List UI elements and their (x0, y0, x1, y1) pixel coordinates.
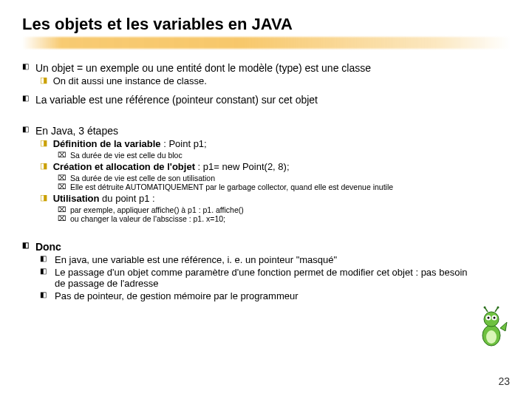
text: : p1= new Point(2, 8); (195, 161, 290, 172)
bullet-lvl2: ◧ En java, une variable est une référenc… (40, 254, 510, 265)
text: Un objet = un exemple ou une entité dont… (35, 62, 371, 74)
text: du point p1 : (99, 193, 154, 204)
bullet-lvl2: ◧ Le passage d'un objet comme paramètre … (40, 267, 510, 289)
bullet-lvl3: ⌧ Elle est détruite AUTOMATIQUEMENT par … (58, 183, 510, 191)
svg-point-2 (484, 312, 499, 327)
text-bold: Définition de la variable (53, 138, 161, 149)
mascot-icon (474, 306, 508, 347)
bullet-lvl3: ⌧ Sa durée de vie est celle du bloc (58, 151, 510, 160)
bullet-lvl2: ◧ Pas de pointeur, de gestion mémoire pa… (40, 290, 510, 301)
svg-point-6 (494, 317, 496, 319)
svg-point-9 (484, 307, 486, 309)
text: ou changer la valeur de l'abscisse : p1.… (70, 214, 225, 223)
text: En java, une variable est une référence,… (55, 254, 337, 265)
page-number: 23 (498, 375, 510, 387)
x-bullet-icon: ⌧ (58, 151, 68, 159)
y-bullet-icon: ◨ (40, 138, 50, 148)
bullet-lvl3: ⌧ par exemple, appliquer affiche() à p1 … (58, 205, 510, 214)
text: On dit aussi une instance de classe. (53, 75, 207, 86)
text-bold: Utilisation (53, 193, 100, 204)
text: Elle est détruite AUTOMATIQUEMENT par le… (70, 183, 393, 191)
text: : Point p1; (161, 138, 207, 149)
y-bullet-icon: ◨ (40, 161, 50, 171)
z-bullet-icon: ◧ (40, 290, 55, 301)
bullet-lvl3: ⌧ ou changer la valeur de l'abscisse : p… (58, 214, 510, 223)
z-bullet-icon: ◧ (40, 267, 55, 289)
text: Le passage d'un objet comme paramètre d'… (55, 267, 468, 289)
text: La variable est une référence (pointeur … (35, 94, 318, 106)
x-bullet-icon: ⌧ (58, 183, 68, 191)
z-bullet-icon: ◧ (22, 94, 33, 102)
bullet-lvl1: ◧ La variable est une référence (pointeu… (22, 94, 510, 106)
text-bold: Création et allocation de l'objet (53, 161, 195, 172)
title-underline (22, 37, 510, 49)
text: par exemple, appliquer affiche() à p1 : … (70, 205, 244, 214)
x-bullet-icon: ⌧ (58, 214, 68, 222)
text: Sa durée de vie est celle de son utilisa… (70, 174, 215, 183)
y-bullet-icon: ◨ (40, 75, 50, 85)
svg-point-1 (486, 330, 497, 344)
bullet-lvl2: ◨ On dit aussi une instance de classe. (40, 75, 510, 86)
bullet-lvl2: ◨ Définition de la variable : Point p1; (40, 138, 510, 149)
svg-point-5 (488, 317, 490, 319)
bullet-lvl2: ◨ Utilisation du point p1 : (40, 193, 510, 204)
bullet-lvl1: ◧ Donc (22, 241, 510, 253)
z-bullet-icon: ◧ (22, 241, 33, 249)
z-bullet-icon: ◧ (22, 125, 33, 133)
page-title: Les objets et les variables en JAVA (22, 15, 510, 34)
y-bullet-icon: ◨ (40, 193, 50, 202)
bullet-lvl1: ◧ En Java, 3 étapes (22, 125, 510, 137)
text: En Java, 3 étapes (35, 125, 118, 137)
text: Sa durée de vie est celle du bloc (70, 151, 183, 160)
svg-point-10 (497, 307, 499, 309)
text: Pas de pointeur, de gestion mémoire par … (55, 290, 299, 301)
bullet-lvl1: ◧ Un objet = un exemple ou une entité do… (22, 62, 510, 74)
bullet-lvl2: ◨ Création et allocation de l'objet : p1… (40, 161, 510, 172)
x-bullet-icon: ⌧ (58, 205, 68, 214)
text: Donc (35, 241, 61, 253)
z-bullet-icon: ◧ (40, 254, 55, 265)
x-bullet-icon: ⌧ (58, 174, 68, 182)
bullet-lvl3: ⌧ Sa durée de vie est celle de son utili… (58, 174, 510, 183)
z-bullet-icon: ◧ (22, 62, 33, 70)
